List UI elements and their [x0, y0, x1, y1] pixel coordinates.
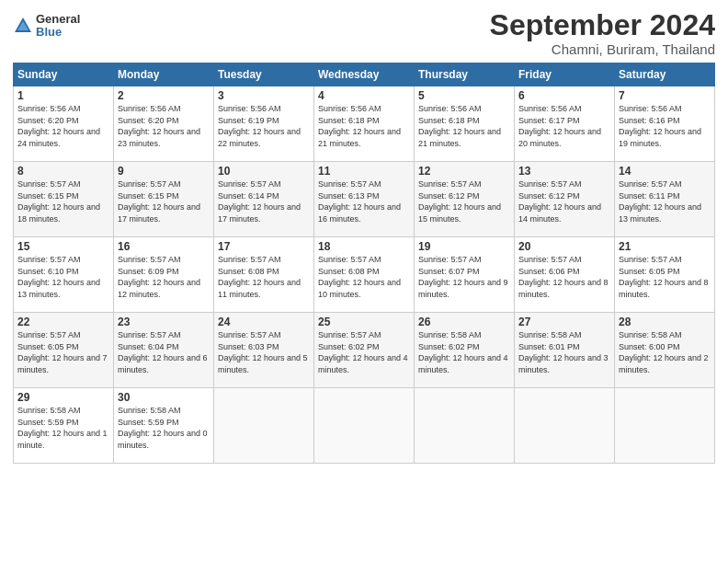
day-number: 22 [17, 316, 109, 328]
day-number: 1 [17, 89, 109, 102]
day-number: 17 [218, 240, 310, 253]
calendar-cell: 20Sunrise: 5:57 AMSunset: 6:06 PMDayligh… [515, 237, 615, 313]
calendar-week-4: 22Sunrise: 5:57 AMSunset: 6:05 PMDayligh… [14, 313, 715, 388]
logo-blue: Blue [36, 26, 80, 39]
day-info: Sunrise: 5:58 AMSunset: 6:02 PMDaylight:… [418, 329, 510, 375]
day-info: Sunrise: 5:57 AMSunset: 6:08 PMDaylight:… [218, 254, 310, 300]
day-info: Sunrise: 5:57 AMSunset: 6:10 PMDaylight:… [17, 254, 109, 300]
calendar-cell: 14Sunrise: 5:57 AMSunset: 6:11 PMDayligh… [615, 162, 715, 237]
main-container: General Blue September 2024 Chamni, Buri… [0, 0, 728, 469]
calendar-cell: 12Sunrise: 5:57 AMSunset: 6:12 PMDayligh… [415, 162, 515, 237]
day-info: Sunrise: 5:56 AMSunset: 6:18 PMDaylight:… [418, 103, 510, 149]
calendar-cell: 23Sunrise: 5:57 AMSunset: 6:04 PMDayligh… [114, 313, 214, 388]
day-info: Sunrise: 5:57 AMSunset: 6:13 PMDaylight:… [318, 178, 410, 224]
day-info: Sunrise: 5:58 AMSunset: 6:00 PMDaylight:… [619, 329, 711, 375]
calendar-cell [515, 388, 615, 464]
calendar-cell: 1Sunrise: 5:56 AMSunset: 6:20 PMDaylight… [14, 86, 114, 162]
calendar-cell: 25Sunrise: 5:57 AMSunset: 6:02 PMDayligh… [314, 313, 415, 388]
calendar-cell: 4Sunrise: 5:56 AMSunset: 6:18 PMDaylight… [314, 86, 415, 162]
day-number: 25 [318, 316, 410, 328]
calendar-cell: 3Sunrise: 5:56 AMSunset: 6:19 PMDaylight… [214, 86, 314, 162]
day-info: Sunrise: 5:57 AMSunset: 6:09 PMDaylight:… [118, 254, 210, 300]
calendar-cell: 19Sunrise: 5:57 AMSunset: 6:07 PMDayligh… [415, 237, 515, 313]
day-info: Sunrise: 5:57 AMSunset: 6:12 PMDaylight:… [418, 178, 510, 224]
day-number: 14 [619, 165, 711, 178]
calendar-cell [214, 388, 314, 464]
day-number: 18 [318, 240, 410, 253]
calendar-cell: 11Sunrise: 5:57 AMSunset: 6:13 PMDayligh… [314, 162, 415, 237]
header: General Blue September 2024 Chamni, Buri… [13, 9, 715, 57]
calendar-cell [314, 388, 415, 464]
calendar-cell: 13Sunrise: 5:57 AMSunset: 6:12 PMDayligh… [515, 162, 615, 237]
day-info: Sunrise: 5:57 AMSunset: 6:15 PMDaylight:… [118, 178, 210, 224]
day-info: Sunrise: 5:57 AMSunset: 6:12 PMDaylight:… [518, 178, 610, 224]
calendar-cell: 10Sunrise: 5:57 AMSunset: 6:14 PMDayligh… [214, 162, 314, 237]
day-number: 10 [218, 165, 310, 178]
day-number: 19 [418, 240, 510, 253]
day-number: 4 [318, 89, 410, 102]
day-number: 30 [118, 391, 210, 404]
calendar-table: Sunday Monday Tuesday Wednesday Thursday… [13, 63, 715, 464]
day-info: Sunrise: 5:57 AMSunset: 6:15 PMDaylight:… [17, 178, 109, 224]
day-number: 20 [518, 240, 610, 253]
day-number: 12 [418, 165, 510, 178]
day-number: 11 [318, 165, 410, 178]
day-number: 9 [118, 165, 210, 178]
logo-icon [13, 16, 33, 36]
calendar-cell: 29Sunrise: 5:58 AMSunset: 5:59 PMDayligh… [14, 388, 114, 464]
calendar-cell: 18Sunrise: 5:57 AMSunset: 6:08 PMDayligh… [314, 237, 415, 313]
day-info: Sunrise: 5:56 AMSunset: 6:18 PMDaylight:… [318, 103, 410, 149]
day-info: Sunrise: 5:58 AMSunset: 5:59 PMDaylight:… [17, 405, 109, 451]
header-thursday: Thursday [415, 63, 515, 86]
day-info: Sunrise: 5:57 AMSunset: 6:14 PMDaylight:… [218, 178, 310, 224]
calendar-cell: 16Sunrise: 5:57 AMSunset: 6:09 PMDayligh… [114, 237, 214, 313]
calendar-cell: 9Sunrise: 5:57 AMSunset: 6:15 PMDaylight… [114, 162, 214, 237]
day-info: Sunrise: 5:56 AMSunset: 6:16 PMDaylight:… [619, 103, 711, 149]
day-info: Sunrise: 5:57 AMSunset: 6:02 PMDaylight:… [318, 329, 410, 375]
day-info: Sunrise: 5:56 AMSunset: 6:20 PMDaylight:… [17, 103, 109, 149]
header-row: Sunday Monday Tuesday Wednesday Thursday… [14, 63, 715, 86]
day-number: 16 [118, 240, 210, 253]
day-number: 29 [17, 391, 109, 404]
day-info: Sunrise: 5:57 AMSunset: 6:06 PMDaylight:… [518, 254, 610, 300]
calendar-cell: 17Sunrise: 5:57 AMSunset: 6:08 PMDayligh… [214, 237, 314, 313]
calendar-cell: 30Sunrise: 5:58 AMSunset: 5:59 PMDayligh… [114, 388, 214, 464]
calendar-cell [415, 388, 515, 464]
calendar-week-5: 29Sunrise: 5:58 AMSunset: 5:59 PMDayligh… [14, 388, 715, 464]
calendar-cell: 21Sunrise: 5:57 AMSunset: 6:05 PMDayligh… [615, 237, 715, 313]
day-number: 2 [118, 89, 210, 102]
location-subtitle: Chamni, Buriram, Thailand [490, 41, 715, 57]
day-info: Sunrise: 5:57 AMSunset: 6:07 PMDaylight:… [418, 254, 510, 300]
day-info: Sunrise: 5:58 AMSunset: 6:01 PMDaylight:… [518, 329, 610, 375]
day-number: 27 [518, 316, 610, 328]
day-info: Sunrise: 5:56 AMSunset: 6:19 PMDaylight:… [218, 103, 310, 149]
calendar-week-1: 1Sunrise: 5:56 AMSunset: 6:20 PMDaylight… [14, 86, 715, 162]
header-wednesday: Wednesday [314, 63, 415, 86]
day-info: Sunrise: 5:57 AMSunset: 6:11 PMDaylight:… [619, 178, 711, 224]
day-number: 8 [17, 165, 109, 178]
calendar-week-3: 15Sunrise: 5:57 AMSunset: 6:10 PMDayligh… [14, 237, 715, 313]
calendar-cell: 2Sunrise: 5:56 AMSunset: 6:20 PMDaylight… [114, 86, 214, 162]
calendar-cell: 15Sunrise: 5:57 AMSunset: 6:10 PMDayligh… [14, 237, 114, 313]
day-number: 21 [619, 240, 711, 253]
calendar-cell: 22Sunrise: 5:57 AMSunset: 6:05 PMDayligh… [14, 313, 114, 388]
calendar-cell: 6Sunrise: 5:56 AMSunset: 6:17 PMDaylight… [515, 86, 615, 162]
header-sunday: Sunday [14, 63, 114, 86]
logo-general: General [36, 13, 80, 26]
day-info: Sunrise: 5:57 AMSunset: 6:08 PMDaylight:… [318, 254, 410, 300]
header-tuesday: Tuesday [214, 63, 314, 86]
month-title: September 2024 [490, 9, 715, 41]
day-number: 23 [118, 316, 210, 328]
day-number: 7 [619, 89, 711, 102]
day-info: Sunrise: 5:58 AMSunset: 5:59 PMDaylight:… [118, 405, 210, 451]
calendar-cell: 24Sunrise: 5:57 AMSunset: 6:03 PMDayligh… [214, 313, 314, 388]
calendar-cell: 8Sunrise: 5:57 AMSunset: 6:15 PMDaylight… [14, 162, 114, 237]
day-info: Sunrise: 5:57 AMSunset: 6:05 PMDaylight:… [619, 254, 711, 300]
calendar-cell: 7Sunrise: 5:56 AMSunset: 6:16 PMDaylight… [615, 86, 715, 162]
day-number: 26 [418, 316, 510, 328]
day-number: 6 [518, 89, 610, 102]
calendar-cell: 5Sunrise: 5:56 AMSunset: 6:18 PMDaylight… [415, 86, 515, 162]
day-number: 13 [518, 165, 610, 178]
day-number: 28 [619, 316, 711, 328]
calendar-cell: 28Sunrise: 5:58 AMSunset: 6:00 PMDayligh… [615, 313, 715, 388]
